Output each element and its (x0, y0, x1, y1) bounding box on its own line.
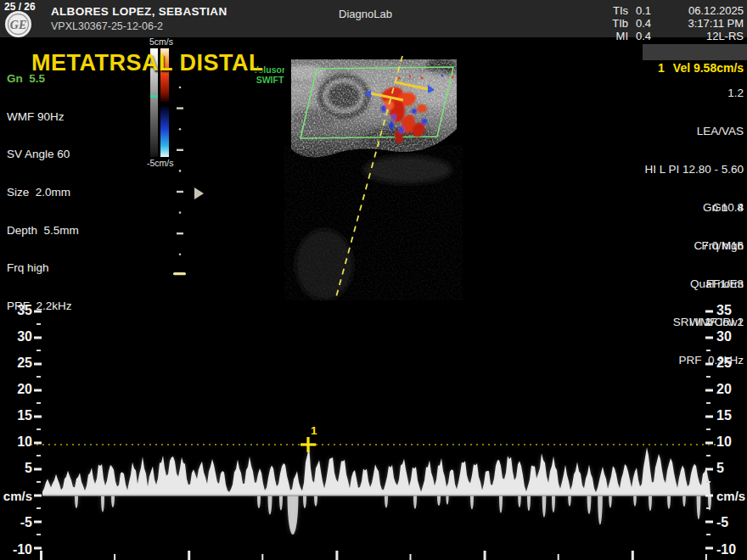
annotation-text: METATRSAL DISTAL (31, 50, 263, 76)
y-label-right-10: 10 (716, 434, 732, 450)
y-label-right-25: 25 (716, 356, 732, 371)
y-label-left-20: 20 (0, 382, 32, 397)
y-label-left-m10: -10 (0, 542, 32, 557)
depth-ruler (177, 87, 183, 255)
axis-ticks (34, 311, 713, 550)
ultrasound-screen: 25 / 26 GE ALBORES LOPEZ, SEBASTIAN VPXL… (0, 0, 747, 560)
time-axis-ticks (40, 551, 707, 560)
spectral-trace (42, 445, 711, 535)
background-speckle (291, 153, 457, 297)
y-label-right-30: 30 (716, 329, 732, 344)
y-unit-left: cm/s (0, 489, 32, 503)
y-label-left-m5: -5 (0, 515, 32, 530)
y-label-left-25: 25 (0, 356, 32, 371)
y-label-right-35: 35 (716, 303, 732, 318)
y-label-left-5: 5 (0, 461, 32, 476)
caliper-number: 1 (311, 424, 317, 437)
y-label-right-m10: -10 (716, 542, 736, 557)
bmode-image (284, 49, 463, 300)
y-unit-right: cm/s (716, 489, 745, 503)
tissue-band (285, 59, 457, 161)
focal-zone-marker (173, 272, 186, 275)
y-label-right-5: 5 (716, 461, 724, 476)
y-label-right-m5: -5 (716, 515, 728, 530)
y-label-left-15: 15 (0, 408, 32, 423)
y-label-right-15: 15 (716, 408, 732, 423)
caliper-marker: 1 (300, 424, 317, 452)
y-label-right-20: 20 (716, 382, 732, 397)
y-label-left-30: 30 (0, 329, 32, 344)
y-label-left-10: 10 (0, 434, 32, 450)
y-label-left-35: 35 (0, 303, 32, 318)
focus-arrow-icon (194, 188, 204, 199)
